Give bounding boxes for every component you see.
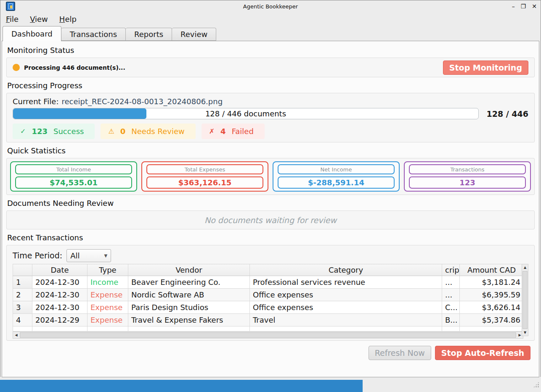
needs-review-chip: ⚠ 0 Needs Review	[101, 124, 195, 139]
time-period-value: All	[70, 251, 80, 260]
progress-fraction-label: 128 / 446	[479, 109, 528, 118]
cell-category: Office expenses	[250, 301, 442, 314]
progress-bar-text: 128 / 446 documents	[13, 108, 478, 119]
footer-buttons-row: Refresh Now Stop Auto-Refresh	[6, 346, 535, 360]
cell-category: Travel	[250, 314, 442, 326]
progress-bar-row: 128 / 446 documents 128 / 446	[13, 108, 528, 119]
needs-review-label: Needs Review	[131, 127, 184, 136]
tab-review[interactable]: Review	[172, 28, 216, 41]
scroll-down-icon[interactable]: ▼	[522, 329, 528, 336]
row-number: 3	[13, 301, 32, 314]
table-row[interactable]: 4 2024-12-29 Expense Travel & Expense Fa…	[13, 314, 524, 326]
monitoring-status-heading: Monitoring Status	[7, 46, 535, 55]
time-period-select[interactable]: All ▼	[66, 249, 111, 262]
title-bar: Agentic Bookkeeper – ❐ ✕	[0, 0, 541, 13]
current-file-label: Current File:	[13, 97, 59, 106]
scroll-up-icon[interactable]: ▲	[522, 264, 528, 271]
cell-date: 2024-12-29	[32, 314, 88, 326]
warning-icon: ⚠	[108, 127, 114, 135]
table-filler-row	[13, 326, 524, 331]
status-bar	[0, 377, 541, 392]
cell-description: B...	[442, 314, 460, 326]
recent-transactions-heading: Recent Transactions	[7, 233, 535, 242]
cell-type: Expense	[88, 301, 128, 314]
net-income-label: Net Income	[278, 164, 395, 174]
progress-bar: 128 / 446 documents	[13, 108, 479, 119]
success-count: 123	[32, 127, 48, 136]
tab-reports[interactable]: Reports	[126, 28, 172, 41]
tab-bar: Dashboard Transactions Reports Review	[0, 26, 541, 41]
tab-transactions[interactable]: Transactions	[61, 28, 126, 41]
total-income-card: Total Income $74,535.01	[10, 161, 137, 192]
total-income-value: $74,535.01	[15, 176, 132, 189]
chevron-down-icon: ▼	[104, 253, 107, 258]
window-title: Agentic Bookkeeper	[0, 3, 541, 10]
monitoring-status-icon	[13, 64, 20, 71]
cell-vendor: Travel & Expense Fakers	[128, 314, 250, 326]
col-vendor[interactable]: Vendor	[128, 264, 250, 276]
refresh-now-button[interactable]: Refresh Now	[369, 346, 431, 360]
transactions-value: 123	[409, 176, 526, 189]
minimize-icon[interactable]: –	[512, 3, 515, 9]
recent-transactions-panel: Time Period: All ▼ Date Type Vendor Cate…	[6, 245, 535, 341]
cell-vendor: Beaver Engineering Co.	[128, 276, 250, 289]
current-file-line: Current File: receipt_REC-2024-08-0013_2…	[13, 96, 528, 107]
cell-date: 2024-12-30	[32, 289, 88, 301]
maximize-icon[interactable]: ❐	[521, 3, 526, 9]
row-number: 2	[13, 289, 32, 301]
table-row[interactable]: 1 2024-12-30 Income Beaver Engineering C…	[13, 276, 524, 289]
stop-auto-refresh-button[interactable]: Stop Auto-Refresh	[435, 346, 530, 360]
cell-amount: $3,626.14	[460, 301, 524, 314]
total-expenses-label: Total Expenses	[146, 164, 263, 174]
review-empty-text: No documents waiting for review	[204, 216, 337, 225]
total-expenses-value: $363,126.15	[146, 176, 263, 189]
table-row[interactable]: 2 2024-12-30 Expense Nordic Software AB …	[13, 289, 524, 301]
current-file-name: receipt_REC-2024-08-0013_20240806.png	[62, 97, 223, 106]
app-window: { "window": { "title": "Agentic Bookkeep…	[0, 0, 541, 392]
net-income-card: Net Income $-288,591.14	[273, 161, 400, 192]
success-label: Success	[53, 127, 84, 136]
cell-vendor: Paris Design Studios	[128, 301, 250, 314]
cell-description: ...	[442, 289, 460, 301]
col-date[interactable]: Date	[32, 264, 88, 276]
quick-statistics-heading: Quick Statistics	[7, 146, 535, 155]
monitoring-status-text: Processing 446 document(s)...	[24, 64, 125, 71]
row-number: 4	[13, 314, 32, 326]
close-icon[interactable]: ✕	[532, 3, 537, 9]
cell-amount: $6,395.59	[460, 289, 524, 301]
cell-vendor: Nordic Software AB	[128, 289, 250, 301]
failed-label: Failed	[232, 127, 254, 136]
col-category[interactable]: Category	[250, 264, 442, 276]
horizontal-scrollbar[interactable]: ◀ ▶	[13, 331, 523, 339]
stop-monitoring-button[interactable]: Stop Monitoring	[443, 61, 528, 75]
vertical-scrollbar[interactable]: ▲ ▼	[522, 264, 528, 336]
col-type[interactable]: Type	[88, 264, 128, 276]
status-chips-row: ✓ 123 Success ⚠ 0 Needs Review ✗ 4 Faile…	[13, 124, 528, 139]
menu-help[interactable]: Help	[59, 15, 77, 24]
horizontal-scroll-thumb[interactable]	[20, 332, 516, 338]
cell-amount: $5,374.86	[460, 314, 524, 326]
table-row[interactable]: 3 2024-12-30 Expense Paris Design Studio…	[13, 301, 524, 314]
col-amount[interactable]: Amount CAD	[460, 264, 524, 276]
success-chip: ✓ 123 Success	[13, 124, 95, 139]
monitoring-status-panel: Processing 446 document(s)... Stop Monit…	[6, 58, 535, 77]
total-income-label: Total Income	[15, 164, 132, 174]
total-expenses-card: Total Expenses $363,126.15	[141, 161, 268, 192]
vertical-scroll-thumb[interactable]	[522, 271, 528, 329]
cell-type: Income	[88, 276, 128, 289]
scroll-left-icon[interactable]: ◀	[13, 332, 19, 338]
resize-grip-icon[interactable]	[533, 381, 539, 388]
col-description-truncated[interactable]: crip	[442, 264, 460, 276]
tab-dashboard[interactable]: Dashboard	[3, 26, 61, 41]
menu-file[interactable]: File	[6, 15, 19, 24]
cell-date: 2024-12-30	[32, 276, 88, 289]
transactions-table-zone: Date Type Vendor Category crip Amount CA…	[13, 264, 528, 339]
failed-count: 4	[220, 127, 226, 136]
documents-review-panel: No documents waiting for review	[6, 210, 535, 229]
cross-icon: ✗	[209, 127, 215, 135]
menu-view[interactable]: View	[30, 15, 48, 24]
menu-bar: File View Help	[0, 13, 541, 26]
time-period-row: Time Period: All ▼	[13, 248, 528, 263]
cell-category: Office expenses	[250, 289, 442, 301]
dashboard-panel: Monitoring Status Processing 446 documen…	[2, 41, 539, 377]
